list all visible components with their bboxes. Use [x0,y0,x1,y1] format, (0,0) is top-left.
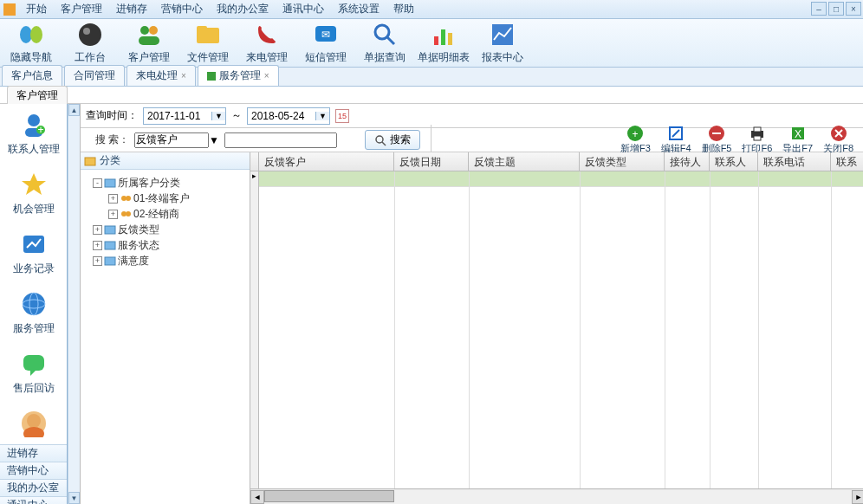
maximize-button[interactable]: □ [828,2,844,16]
tree-node[interactable]: +服务状态 [84,237,246,253]
menu-item[interactable]: 系统设置 [331,1,386,16]
menu-item[interactable]: 通讯中心 [276,1,331,16]
tree-node[interactable]: -所属客户分类 [84,175,246,191]
sidebar-item[interactable]: 售后回访 [0,343,67,403]
svg-rect-53 [105,226,115,234]
sidebar-section-button[interactable]: 我的办公室 [0,479,67,496]
menu-item[interactable]: 帮助 [386,1,421,16]
node-icon [104,255,116,267]
minimize-button[interactable]: – [811,2,827,16]
menu-item[interactable]: 客户管理 [54,1,109,16]
search-icon [371,21,399,48]
star-icon [20,171,48,198]
toolbar-button[interactable]: 客户管理 [120,20,178,67]
action-button[interactable]: 打印F6 [742,125,772,155]
svg-text:+: + [37,124,43,136]
menu-item[interactable]: 开始 [19,1,54,16]
expand-icon[interactable]: + [108,210,118,219]
tree-node[interactable]: +满意度 [84,253,246,268]
toolbar-button[interactable]: 单据查询 [355,20,414,67]
action-button[interactable]: X导出F7 [782,125,813,155]
table-row[interactable] [259,171,863,187]
grid-body[interactable] [259,171,863,488]
toolbar-button[interactable]: 隐藏导航 [2,20,61,67]
h-scrollbar[interactable]: ◄ ► [250,488,863,504]
sidebar-section-button[interactable]: 进销存 [0,444,67,462]
svg-rect-40 [754,127,761,132]
expand-icon[interactable]: - [93,178,102,188]
svg-rect-41 [754,136,761,140]
svg-rect-13 [434,36,438,45]
menu-item[interactable]: 进销存 [109,1,154,16]
toolbar-button[interactable]: 报表中心 [473,20,532,67]
column-header[interactable]: 联系电话 [758,152,831,171]
search-input[interactable] [224,132,337,148]
doc-tab[interactable]: 服务管理× [198,65,279,86]
svg-text:+: + [633,128,639,140]
action-bar: 搜 索： ▼ 搜索 +新增F3编辑F4删除F5打印F6X导出F7关闭F8 [81,128,863,152]
close-window-button[interactable]: × [846,2,861,16]
menu-item[interactable]: 我的办公室 [210,1,276,16]
menu-item[interactable]: 营销中心 [154,1,210,16]
column-header[interactable]: 反馈主题 [469,152,580,171]
date-to-input[interactable]: ▼ [247,107,330,125]
node-icon [104,177,116,189]
column-header[interactable]: 接待人 [665,152,710,171]
action-button[interactable]: 关闭F8 [823,125,853,155]
sidebar-item[interactable] [0,403,67,444]
sidebar-section-button[interactable]: 营销中心 [0,462,67,479]
expand-icon[interactable]: + [108,194,118,204]
doc-tab[interactable]: 客户信息 [2,65,62,86]
globe-icon [20,290,48,318]
toolbar-button[interactable]: 单据明细表 [414,20,473,67]
action-button[interactable]: 编辑F4 [661,125,691,155]
svg-point-23 [23,293,45,315]
search-button[interactable]: 搜索 [365,130,420,150]
sidebar-item[interactable]: +联系人管理 [0,104,67,164]
expand-icon[interactable]: + [93,225,102,235]
calendar-icon[interactable]: 15 [335,109,349,123]
close-icon [830,125,847,142]
toolbar-button[interactable]: 文件管理 [178,20,237,67]
doc-tab[interactable]: 来电处理× [127,65,196,86]
svg-point-52 [126,211,131,216]
close-icon[interactable]: × [181,71,186,81]
svg-rect-55 [105,257,115,265]
close-icon[interactable]: × [264,71,269,81]
action-button[interactable]: +新增F3 [620,125,651,155]
doc-tab[interactable]: 合同管理 [64,65,125,86]
sidebar-item[interactable]: 服务管理 [0,283,67,343]
date-from-input[interactable]: ▼ [143,107,226,125]
column-header[interactable]: 反馈类型 [580,152,665,171]
sidebar-section-button[interactable]: 通讯中心 [0,496,67,504]
action-button[interactable]: 删除F5 [702,125,732,155]
svg-rect-54 [105,242,115,249]
svg-line-36 [672,130,679,137]
scroll-down-icon[interactable]: ▼ [68,492,80,504]
search-type-select[interactable]: ▼ [134,132,219,148]
toolbar-button[interactable]: 工作台 [61,20,120,67]
main-toolbar: 隐藏导航工作台客户管理文件管理来电管理✉短信管理单据查询单据明细表报表中心 [0,19,863,68]
tree-node[interactable]: +01-终端客户 [84,191,246,206]
sidebar-item[interactable]: 机会管理 [0,164,67,223]
svg-rect-47 [85,158,95,165]
tree-node[interactable]: +02-经销商 [84,206,246,222]
sidebar-item[interactable]: 业务记录 [0,223,67,283]
column-header[interactable]: 联系 [831,152,863,171]
folder-icon [194,21,222,48]
node-icon [104,223,116,236]
edit-icon [667,125,685,142]
toolbar-button[interactable]: 来电管理 [237,20,296,67]
column-header[interactable]: 反馈客户 [259,152,394,171]
column-header[interactable]: 联系人 [710,152,758,171]
tree-node[interactable]: +反馈类型 [84,222,246,237]
app-icon [3,3,16,16]
expand-icon[interactable]: + [93,256,102,266]
sub-tab[interactable]: 客户管理 [7,86,68,105]
chart-icon [489,21,516,48]
expand-icon[interactable]: + [93,241,102,250]
toolbar-button[interactable]: ✉短信管理 [296,20,355,67]
scroll-up-icon[interactable]: ▲ [68,104,80,116]
column-header[interactable]: 反馈日期 [394,152,469,171]
time-label: 查询时间： [86,108,138,123]
